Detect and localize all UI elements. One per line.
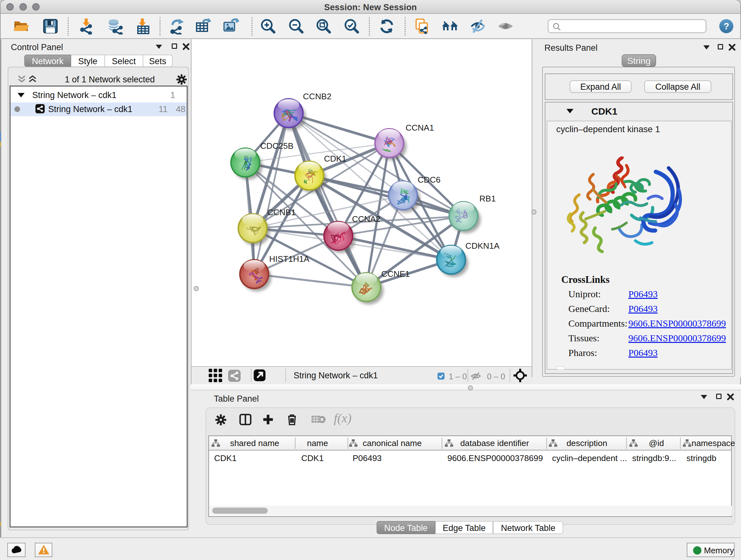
svg-text:CCNB2: CCNB2 [303, 91, 331, 101]
svg-text:CDKN1A: CDKN1A [465, 241, 499, 251]
svg-text:CCNA1: CCNA1 [406, 123, 434, 132]
svg-text:CCNA2: CCNA2 [352, 214, 381, 224]
svg-text:HIST1H1A: HIST1H1A [269, 254, 310, 264]
svg-text:CDK1: CDK1 [324, 154, 346, 164]
svg-text:CDC25B: CDC25B [260, 141, 293, 151]
svg-text:CDC6: CDC6 [418, 175, 441, 185]
svg-text:CCNE1: CCNE1 [381, 269, 410, 279]
svg-text:RB1: RB1 [479, 194, 495, 203]
svg-text:CCNB1: CCNB1 [267, 207, 296, 217]
